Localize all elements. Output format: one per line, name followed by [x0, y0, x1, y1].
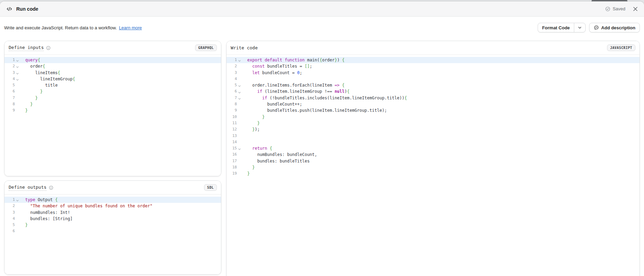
- code-line[interactable]: 12 });: [227, 126, 640, 132]
- learn-more-link[interactable]: Learn more: [119, 25, 142, 30]
- fold-gutter[interactable]: [15, 76, 20, 82]
- code-line[interactable]: 5}: [4, 222, 221, 228]
- fold-gutter[interactable]: [237, 82, 242, 88]
- close-button[interactable]: [632, 6, 638, 12]
- line-number: 4: [4, 76, 15, 82]
- code-line[interactable]: 2 order{: [4, 63, 221, 69]
- fold-gutter: [237, 151, 242, 158]
- line-number: 7: [227, 95, 237, 101]
- define-inputs-title[interactable]: Define inputs: [9, 45, 44, 51]
- code-line[interactable]: 15 return {: [227, 145, 640, 151]
- code-line[interactable]: 13: [227, 133, 640, 139]
- fold-gutter: [15, 203, 20, 209]
- code-line[interactable]: 8 }: [4, 101, 221, 107]
- define-inputs-panel: Define inputs GRAPHQL 1query{2 order{3 l…: [4, 41, 221, 176]
- code-line[interactable]: 18 }: [227, 164, 640, 170]
- code-line[interactable]: 4: [227, 76, 640, 82]
- fold-gutter: [237, 170, 242, 177]
- code-line[interactable]: 1type Output {: [4, 197, 221, 203]
- code-text: [242, 76, 247, 82]
- toolbar-actions: Format Code Add description: [538, 23, 640, 32]
- code-line[interactable]: 2 "The number of unique bundles found on…: [4, 203, 221, 209]
- code-text: }: [20, 101, 33, 107]
- info-icon[interactable]: [46, 46, 51, 50]
- code-line[interactable]: 11 }: [227, 120, 640, 126]
- fold-gutter: [15, 107, 20, 114]
- fold-gutter[interactable]: [237, 95, 242, 101]
- define-inputs-header: Define inputs GRAPHQL: [4, 41, 221, 55]
- line-number: 6: [4, 228, 15, 234]
- code-line[interactable]: 1query{: [4, 57, 221, 63]
- code-line[interactable]: 7 if (!bundleTitles.includes(lineItem.li…: [227, 95, 640, 101]
- fold-gutter[interactable]: [15, 70, 20, 76]
- code-line[interactable]: 17 bundles: bundleTitles: [227, 158, 640, 164]
- format-code-dropdown-button[interactable]: [574, 23, 585, 32]
- code-line[interactable]: 14: [227, 139, 640, 145]
- fold-gutter[interactable]: [15, 197, 20, 203]
- format-code-button[interactable]: Format Code: [538, 23, 574, 32]
- line-number: 1: [4, 57, 15, 63]
- code-line[interactable]: 10 }: [227, 114, 640, 120]
- code-text: let bundleCount = 0;: [242, 70, 302, 76]
- code-line[interactable]: 4 lineItemGroup{: [4, 76, 221, 82]
- description-label: Write and execute JavaScript. Return dat…: [4, 25, 117, 30]
- info-icon[interactable]: [49, 185, 54, 190]
- code-line[interactable]: 19}: [227, 170, 640, 177]
- define-outputs-title[interactable]: Define outputs: [9, 185, 47, 191]
- modal-header-left: Run code: [6, 5, 38, 13]
- sdl-outputs-editor[interactable]: 1type Output {2 "The number of unique bu…: [4, 195, 221, 274]
- add-description-button[interactable]: Add description: [589, 23, 640, 32]
- fold-gutter[interactable]: [237, 57, 242, 63]
- check-circle-icon: [605, 6, 611, 12]
- line-number: 3: [227, 70, 237, 76]
- fold-gutter: [237, 139, 242, 145]
- fold-gutter[interactable]: [237, 145, 242, 151]
- define-outputs-header: Define outputs SDL: [4, 181, 221, 195]
- line-number: 10: [227, 114, 237, 120]
- fold-gutter[interactable]: [15, 57, 20, 63]
- line-number: 3: [4, 209, 15, 216]
- fold-gutter[interactable]: [237, 88, 242, 95]
- line-number: 14: [227, 139, 237, 145]
- code-line[interactable]: 16 numBundles: bundleCount,: [227, 151, 640, 158]
- line-number: 16: [227, 151, 237, 158]
- code-line[interactable]: 6 }: [4, 88, 221, 95]
- line-number: 1: [4, 197, 15, 203]
- fold-gutter: [237, 120, 242, 126]
- fold-gutter: [237, 164, 242, 170]
- fold-gutter: [15, 222, 20, 228]
- format-code-split-button: Format Code: [538, 23, 586, 32]
- comment-icon: [594, 25, 599, 30]
- code-line[interactable]: 5 order.lineItems.forEach(lineItem => {: [227, 82, 640, 88]
- code-text: lineItems{: [20, 70, 60, 76]
- code-line[interactable]: 3 lineItems{: [4, 70, 221, 76]
- javascript-badge: JAVASCRIPT: [607, 45, 635, 51]
- code-line[interactable]: 8 bundleCount++;: [227, 101, 640, 107]
- code-text: bundles: [String]: [20, 216, 73, 222]
- code-text: }: [20, 88, 43, 95]
- save-status: Saved: [605, 6, 625, 12]
- fold-chevron-icon: [16, 78, 19, 81]
- code-line[interactable]: 2 const bundleTitles = [];: [227, 63, 640, 69]
- graphql-badge: GRAPHQL: [195, 45, 217, 51]
- code-text: export default function main({order}) {: [242, 57, 345, 63]
- code-line[interactable]: 4 bundles: [String]: [4, 216, 221, 222]
- line-number: 8: [227, 101, 237, 107]
- code-line[interactable]: 3 numBundles: Int!: [4, 209, 221, 216]
- graphql-inputs-editor[interactable]: 1query{2 order{3 lineItems{4 lineItemGro…: [4, 55, 221, 176]
- code-line[interactable]: 7 }: [4, 95, 221, 101]
- code-line[interactable]: 5 title: [4, 82, 221, 88]
- javascript-code-editor[interactable]: 1export default function main({order}) {…: [227, 55, 640, 276]
- fold-gutter[interactable]: [15, 63, 20, 69]
- code-line[interactable]: 9 bundleTitles.push(lineItem.lineItemGro…: [227, 107, 640, 114]
- fold-gutter: [237, 158, 242, 164]
- code-line[interactable]: 6: [4, 228, 221, 234]
- fold-gutter: [237, 126, 242, 132]
- code-text: return {: [242, 145, 272, 151]
- code-line[interactable]: 9}: [4, 107, 221, 114]
- code-line[interactable]: 3 let bundleCount = 0;: [227, 70, 640, 76]
- code-line[interactable]: 6 if (lineItem.lineItemGroup !== null){: [227, 88, 640, 95]
- code-line[interactable]: 1export default function main({order}) {: [227, 57, 640, 63]
- fold-chevron-icon: [16, 66, 19, 69]
- code-text: });: [242, 126, 260, 132]
